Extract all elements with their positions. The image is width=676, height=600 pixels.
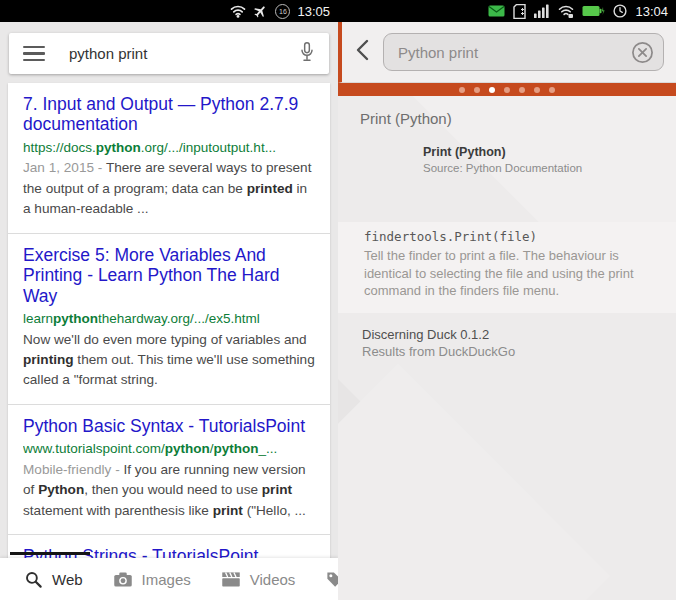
- ubuntu-scope-panel: 13:04 Python print: [338, 0, 676, 600]
- tab-images-label: Images: [142, 571, 191, 588]
- definition-band: findertools.Print(file) Tell the finder …: [338, 222, 676, 313]
- scope-result-source: Source: Python Documentation: [423, 162, 582, 174]
- camera-icon: [113, 571, 133, 588]
- attribution-block: Discerning Duck 0.1.2 Results from DuckD…: [362, 327, 515, 359]
- result-title-link[interactable]: Exercise 5: More Variables And Printing …: [23, 245, 315, 306]
- tab-web-label: Web: [52, 571, 83, 588]
- right-status-time: 13:04: [635, 4, 668, 19]
- airplane-icon: [253, 4, 268, 19]
- page-dot[interactable]: [459, 87, 465, 93]
- google-search-panel: 16 13:05 python print: [0, 0, 338, 600]
- result-snippet: Now we'll do even more typing of variabl…: [23, 330, 315, 391]
- scope-search-value: Python print: [398, 44, 478, 61]
- result-url: www.tutorialspoint.com/python/python_...: [23, 440, 315, 458]
- tag-icon: [325, 570, 338, 589]
- clock-icon: [613, 4, 627, 18]
- definition-description: Tell the finder to print a file. The beh…: [364, 247, 656, 300]
- result-snippet: Mobile-friendly - If you are running new…: [23, 460, 315, 521]
- mic-icon[interactable]: [299, 41, 315, 67]
- search-results: 7. Input and Output — Python 2.7.9 docum…: [8, 83, 330, 558]
- result-url: https://docs.python.org/.../inputoutput.…: [23, 139, 315, 157]
- back-icon[interactable]: [352, 37, 373, 67]
- attribution-source: Results from DuckDuckGo: [362, 344, 515, 359]
- scope-content: Print (Python) Print (Python) Source: Py…: [338, 96, 676, 600]
- search-result-item: Exercise 5: More Variables And Printing …: [8, 234, 330, 405]
- circle-badge-icon: 16: [275, 4, 290, 19]
- page-dot[interactable]: [534, 87, 540, 93]
- scope-section-title: Print (Python): [360, 110, 452, 127]
- left-status-bar: 16 13:05: [0, 0, 338, 22]
- search-area: python print: [0, 22, 338, 83]
- page-dot[interactable]: [489, 87, 495, 93]
- tap-highlight-underline: [10, 552, 90, 555]
- videos-icon: [221, 571, 241, 588]
- tab-videos-label: Videos: [250, 571, 296, 588]
- result-snippet: Jan 1, 2015 - There are several ways to …: [23, 158, 315, 219]
- scope-search-input[interactable]: Python print: [383, 33, 664, 71]
- tab-images[interactable]: Images: [113, 571, 191, 588]
- page-dot[interactable]: [504, 87, 510, 93]
- search-result-item: Python Basic Syntax - TutorialsPoint www…: [8, 405, 330, 535]
- scope-result-card[interactable]: Print (Python) Source: Python Documentat…: [423, 145, 582, 174]
- bottom-tab-bar: Web Images: [0, 558, 338, 600]
- left-status-time: 13:05: [297, 4, 330, 19]
- page-dot[interactable]: [474, 87, 480, 93]
- menu-icon[interactable]: [23, 46, 45, 62]
- result-title-link[interactable]: Python Basic Syntax - TutorialsPoint: [23, 416, 315, 436]
- wifi-icon: [230, 5, 246, 18]
- scope-search-header: Python print: [338, 22, 676, 83]
- sim-icon: [513, 4, 526, 19]
- right-status-bar: 13:04: [338, 0, 676, 22]
- tab-shopping[interactable]: Sh: [325, 570, 338, 589]
- dual-screenshot: 16 13:05 python print: [0, 0, 676, 600]
- scope-result-title: Print (Python): [423, 145, 582, 159]
- wifi-icon: [558, 5, 574, 18]
- page-dot[interactable]: [549, 87, 555, 93]
- search-query-input[interactable]: python print: [69, 45, 147, 62]
- clear-icon[interactable]: [631, 41, 654, 64]
- mail-icon: [488, 5, 505, 17]
- page-dots: [338, 83, 676, 96]
- definition-code: findertools.Print(file): [364, 229, 656, 244]
- tab-videos[interactable]: Videos: [221, 571, 296, 588]
- result-title-link[interactable]: 7. Input and Output — Python 2.7.9 docum…: [23, 94, 315, 135]
- result-url: learnpythonthehardway.org/.../ex5.html: [23, 310, 315, 328]
- page-dot[interactable]: [519, 87, 525, 93]
- attribution-name: Discerning Duck 0.1.2: [362, 327, 515, 342]
- search-icon: [24, 570, 43, 589]
- google-search-bar[interactable]: python print: [9, 33, 329, 74]
- background-facet: [338, 364, 610, 600]
- battery-icon: [582, 5, 605, 17]
- tab-web[interactable]: Web: [24, 570, 83, 589]
- search-result-item: 7. Input and Output — Python 2.7.9 docum…: [8, 83, 330, 234]
- signal-icon: [534, 4, 550, 18]
